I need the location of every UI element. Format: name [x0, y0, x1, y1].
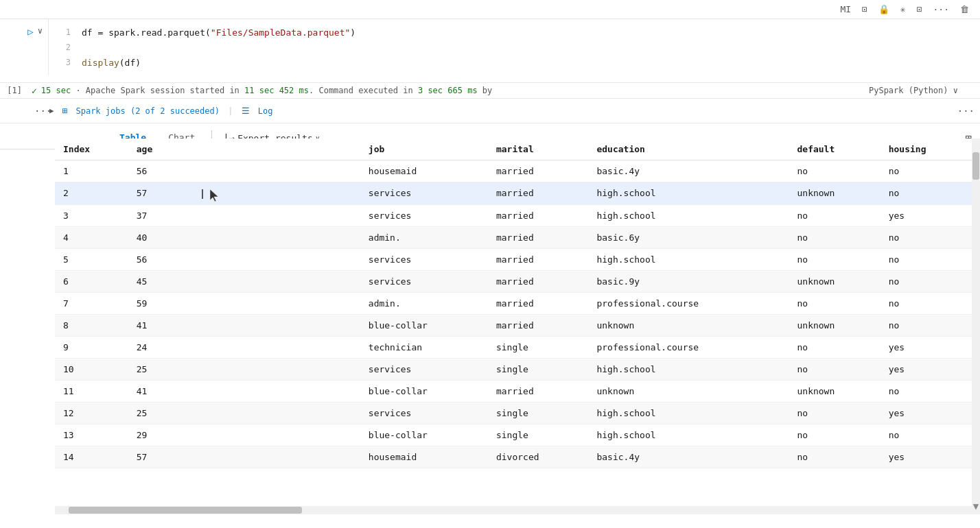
table-row: 924techniciansingleprofessional.courseno… — [55, 336, 972, 358]
cell-default: no — [789, 424, 880, 446]
cell-index: 4 — [55, 226, 128, 248]
cell-housing: yes — [880, 358, 972, 380]
cell-education: high.school — [588, 402, 789, 424]
collapse-button[interactable]: ∨ — [38, 26, 43, 37]
cell-default: unknown — [789, 182, 880, 205]
vertical-scrollbar-thumb[interactable] — [972, 152, 979, 180]
cell-job: blue-collar — [360, 380, 488, 402]
code-line-2: 2 — [49, 40, 980, 55]
cell-housing: yes — [880, 402, 972, 424]
cell-housing: no — [880, 314, 972, 336]
column-header-housing: housing — [880, 139, 972, 160]
cell-marital: married — [488, 204, 588, 226]
cell-job: housemaid — [360, 446, 488, 468]
cell-age: 41 — [128, 380, 360, 402]
column-header-marital: marital — [488, 139, 588, 160]
cell-housing: yes — [880, 446, 972, 468]
cell-job: services — [360, 358, 488, 380]
cell-age: 56 — [128, 248, 360, 270]
table-row: 1025servicessinglehigh.schoolnoyes — [55, 358, 972, 380]
cell-index: 12 — [55, 402, 128, 424]
column-header-default: default — [789, 139, 880, 160]
cell-job: admin. — [360, 226, 488, 248]
column-header-education: education — [588, 139, 789, 160]
cell-index: 10 — [55, 358, 128, 380]
status-check-icon: ✓ — [32, 86, 37, 96]
cell-age: 56 — [128, 160, 360, 182]
cell-age: 41 — [128, 314, 360, 336]
cell-education: high.school — [588, 204, 789, 226]
table-row: 645servicesmarriedbasic.9yunknownno — [55, 270, 972, 292]
data-table-wrapper: ▼ Indexagejobmaritaleducationdefaulthous… — [0, 139, 980, 514]
monitor-icon[interactable]: ⊡ — [859, 3, 870, 16]
cell-education: basic.9y — [588, 270, 789, 292]
horizontal-scrollbar-thumb[interactable] — [69, 507, 302, 514]
cell-housing: no — [880, 424, 972, 446]
cell-housing: no — [880, 270, 972, 292]
cell-default: no — [789, 248, 880, 270]
asterisk-icon[interactable]: ✳ — [898, 3, 909, 16]
cell-marital: single — [488, 424, 588, 446]
cell-education: high.school — [588, 358, 789, 380]
cell-job: admin. — [360, 292, 488, 314]
cell-index: 14 — [55, 446, 128, 468]
table-row: 556servicesmarriedhigh.schoolnono — [55, 248, 972, 270]
cell-default: unknown — [789, 314, 880, 336]
cell-age: 59 — [128, 292, 360, 314]
cell-age: 40 — [128, 226, 360, 248]
comment-icon[interactable]: ⊡ — [914, 3, 925, 16]
cell-default: unknown — [789, 270, 880, 292]
cell-default: no — [789, 160, 880, 182]
spark-jobs-link[interactable]: Spark jobs (2 of 2 succeeded) — [75, 106, 220, 116]
table-row: 759admin.marriedprofessional.coursenono — [55, 292, 972, 314]
lock-icon[interactable]: 🔒 — [876, 3, 892, 16]
cell-housing: no — [880, 248, 972, 270]
cell-index: 11 — [55, 380, 128, 402]
cell-education: professional.course — [588, 292, 789, 314]
cell-education: basic.4y — [588, 446, 789, 468]
table-row: 1141blue-collarmarriedunknownunknownno — [55, 380, 972, 402]
table-body: 156housemaidmarriedbasic.4ynono257 servi… — [55, 160, 972, 468]
cell-marital: married — [488, 160, 588, 182]
cell-education: basic.4y — [588, 160, 789, 182]
cell-marital: single — [488, 358, 588, 380]
cell-job: blue-collar — [360, 424, 488, 446]
cell-marital: divorced — [488, 446, 588, 468]
code-line-1: 1 df = spark.read.parquet("Files/SampleD… — [49, 25, 980, 40]
cell-education: unknown — [588, 314, 789, 336]
cell-age: 57 — [128, 182, 360, 205]
code-line-3: 3 display(df) — [49, 55, 980, 70]
cell-default: unknown — [789, 380, 880, 402]
output-more-dots[interactable]: ··· — [34, 106, 51, 117]
cell-job: blue-collar — [360, 314, 488, 336]
more-icon[interactable]: ··· — [931, 3, 952, 16]
cell-age: 29 — [128, 424, 360, 446]
cell-education: unknown — [588, 380, 789, 402]
cell-index: 7 — [55, 292, 128, 314]
trash-icon[interactable]: 🗑 — [957, 3, 972, 16]
cell-age: 25 — [128, 402, 360, 424]
cell-index: 6 — [55, 270, 128, 292]
cell-marital: single — [488, 402, 588, 424]
output-toolbar-dots[interactable]: ··· — [957, 106, 975, 117]
cell-housing: yes — [880, 204, 972, 226]
code-editor[interactable]: 1 df = spark.read.parquet("Files/SampleD… — [48, 19, 980, 75]
cell-job: housemaid — [360, 160, 488, 182]
cell-education: high.school — [588, 248, 789, 270]
cell-default: no — [789, 204, 880, 226]
cell-education: basic.6y — [588, 226, 789, 248]
vertical-scrollbar[interactable]: ▼ — [972, 139, 980, 514]
top-toolbar: MI ⊡ 🔒 ✳ ⊡ ··· 🗑 — [0, 0, 980, 19]
log-link[interactable]: Log — [258, 106, 273, 116]
run-button[interactable]: ▷ — [27, 26, 33, 37]
cell-marital: married — [488, 314, 588, 336]
cell-index: 9 — [55, 336, 128, 358]
cell-job: technician — [360, 336, 488, 358]
spark-jobs-icon: ⊞ — [62, 106, 68, 116]
cell-job: services — [360, 402, 488, 424]
mi-icon[interactable]: MI — [837, 3, 854, 16]
horizontal-scrollbar[interactable] — [55, 506, 972, 514]
cell-marital: married — [488, 248, 588, 270]
cell-number: [1] — [5, 86, 27, 95]
cell-age: 24 — [128, 336, 360, 358]
